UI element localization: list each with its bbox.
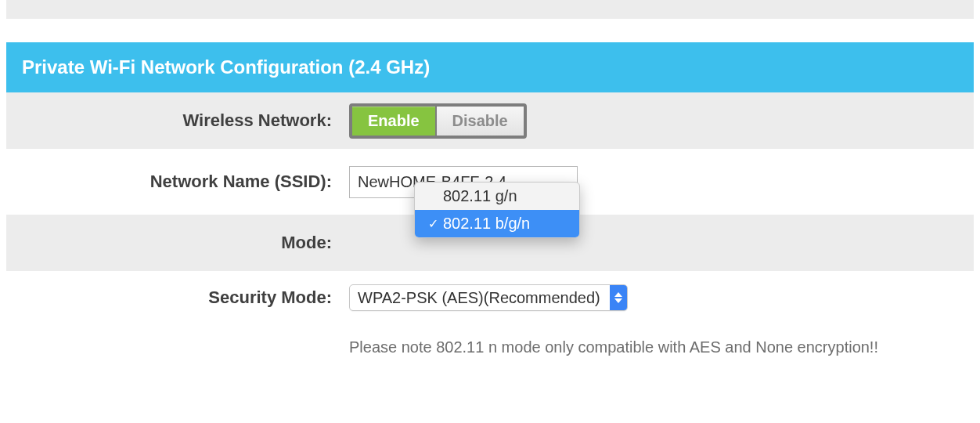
row-wireless-network: Wireless Network: Enable Disable [6,92,974,149]
wireless-toggle-group: Enable Disable [349,103,527,139]
disable-button[interactable]: Disable [435,107,524,136]
security-mode-value: WPA2-PSK (AES)(Recommended) [350,285,610,310]
mode-option-bgn[interactable]: ✓ 802.11 b/g/n [415,210,579,237]
label-ssid: Network Name (SSID): [6,172,349,192]
label-wireless-network: Wireless Network: [6,110,349,131]
note-row: Please note 802.11 n mode only compatibl… [6,338,974,356]
row-security: Security Mode: WPA2-PSK (AES)(Recommende… [6,271,974,324]
page-title: Private Wi-Fi Network Configuration (2.4… [6,42,974,92]
mode-dropdown-popup: 802.11 g/n ✓ 802.11 b/g/n [414,182,580,238]
compatibility-note: Please note 802.11 n mode only compatibl… [349,338,878,356]
label-security: Security Mode: [6,287,349,308]
updown-arrows-icon [610,285,627,310]
enable-button[interactable]: Enable [352,107,435,136]
label-mode: Mode: [6,233,349,253]
mode-option-gn-label: 802.11 g/n [424,187,517,205]
row-ssid: Network Name (SSID): 802.11 g/n ✓ 802.11… [6,149,974,215]
top-spacer [6,0,974,19]
checkmark-icon: ✓ [424,216,441,231]
mode-option-gn[interactable]: 802.11 g/n [415,183,579,210]
mode-option-bgn-label: 802.11 b/g/n [441,215,530,233]
security-mode-select[interactable]: WPA2-PSK (AES)(Recommended) [349,284,628,311]
